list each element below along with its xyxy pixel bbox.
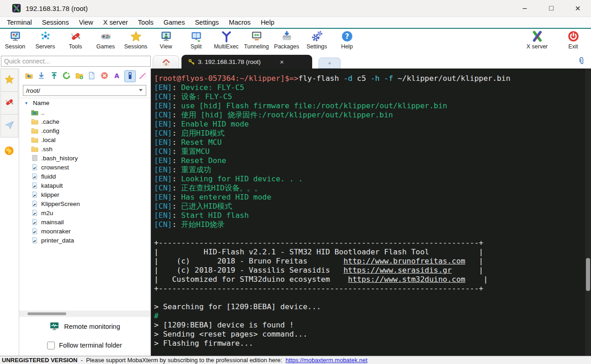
multiexec-y-icon — [220, 30, 233, 42]
mobaxterm-logo-icon — [12, 4, 21, 13]
terminal-text-segment: [EN] — [154, 138, 172, 147]
follow-terminal-checkbox[interactable] — [47, 342, 55, 349]
terminal-text-segment: : — [172, 165, 181, 174]
filebar-button-sync[interactable] — [124, 70, 136, 82]
menu-item-macros[interactable]: Macros — [224, 18, 256, 27]
terminal-scrollbar[interactable] — [585, 69, 591, 356]
toolbar-button-multiexec[interactable]: MultiExec — [211, 30, 241, 50]
tree-row--config[interactable]: .config — [19, 126, 150, 135]
terminal-text-segment: [CN] — [154, 184, 172, 192]
tree-row-label: moonraker — [41, 228, 71, 235]
toolbar-label-split: Split — [191, 43, 202, 50]
tree-row-crowsnest[interactable]: crowsnest — [19, 163, 150, 172]
tree-row-klipperscreen[interactable]: KlipperScreen — [19, 199, 150, 208]
terminal-text-segment: | (c) 2018 - Bruno Freitas — [154, 257, 343, 265]
tree-row-katapult[interactable]: katapult — [19, 181, 150, 190]
filebar-button-download[interactable] — [37, 71, 47, 82]
menu-item-tools[interactable]: Tools — [133, 18, 159, 27]
filebar-button-font[interactable]: A — [112, 71, 122, 82]
filebar-button-upload[interactable] — [49, 71, 59, 82]
toolbar-button-exit[interactable]: Exit — [558, 30, 588, 50]
menu-item-x-server[interactable]: X server — [98, 18, 133, 27]
toolbar-button-tunneling[interactable]: Tunneling — [241, 30, 272, 50]
menu-item-settings[interactable]: Settings — [190, 18, 224, 27]
toolbar-label-help: Help — [341, 43, 353, 50]
tree-header[interactable]: ▾ Name — [19, 98, 150, 108]
remote-monitoring-button[interactable]: Remote monitoring — [19, 317, 150, 336]
toolbar-button-packages[interactable]: Packages — [272, 30, 302, 50]
terminal-line: [CN]: 重置MCU — [154, 147, 585, 156]
terminal-text-segment: : — [172, 129, 181, 137]
tree-row-moonraker[interactable]: moonraker — [19, 227, 150, 236]
horizontal-scrollbar[interactable] — [19, 311, 150, 317]
terminal-text-segment: : — [172, 138, 181, 147]
toolbar-button-games[interactable]: Games — [91, 30, 121, 50]
toolbar-button-settings[interactable]: Settings — [302, 30, 332, 50]
tree-row-printer-data[interactable]: printer_data — [19, 236, 150, 245]
filebar-button-wand[interactable] — [138, 71, 149, 82]
quick-connect-input[interactable] — [1, 56, 151, 67]
terminal-line: [EN]: Reset MCU — [154, 138, 585, 147]
toolbar-button-session[interactable]: Session — [0, 30, 30, 50]
filebar-button-delete[interactable] — [99, 71, 110, 82]
tab-home[interactable] — [153, 55, 179, 69]
toolbar-button-help[interactable]: ?Help — [332, 30, 362, 50]
toolbar-button-split[interactable]: Split — [181, 30, 211, 50]
menu-item-games[interactable]: Games — [159, 18, 190, 27]
toolbar-button-sessions[interactable]: Sessions — [121, 30, 151, 50]
terminal-line: [EN]: Start HID flash — [154, 211, 585, 220]
gamepad-icon — [100, 30, 112, 42]
rail-tab-tools[interactable] — [0, 92, 18, 115]
paperclip-icon[interactable] — [577, 57, 586, 65]
filebar-button-refresh[interactable] — [62, 71, 72, 82]
tree-row-m2u[interactable]: m2u — [19, 208, 150, 217]
filebar-button-new-file[interactable] — [87, 71, 97, 82]
file-icon — [31, 155, 38, 161]
terminal-line: [root@flyos-057364:~/klipper]$=>fly-flas… — [154, 74, 585, 83]
terminal-line: | HID-Flash v2.2.1 - STM32 HID Bootloade… — [154, 248, 585, 257]
path-dropdown[interactable]: /root/ — [23, 85, 146, 96]
terminal-scrollbar-thumb[interactable] — [586, 258, 590, 291]
toolbar-button-tools[interactable]: Tools — [60, 30, 91, 50]
tree-row-mainsail[interactable]: mainsail — [19, 217, 150, 227]
horizontal-scrollbar-thumb[interactable] — [27, 312, 66, 315]
menu-item-sessions[interactable]: Sessions — [37, 18, 74, 27]
parent-folder-icon — [25, 71, 33, 82]
tree-row--ssh[interactable]: .ssh — [19, 144, 150, 153]
menu-item-help[interactable]: Help — [256, 18, 279, 27]
status-bar: UNREGISTERED VERSION - Please support Mo… — [0, 356, 591, 364]
terminal-text-segment: : — [172, 202, 181, 211]
filebar-button-parent-folder[interactable] — [24, 71, 34, 82]
tree-row--cache[interactable]: .cache — [19, 117, 150, 126]
rail-tab-sftp[interactable] — [0, 142, 17, 162]
tree-row--local[interactable]: .local — [19, 135, 150, 144]
toolbar-left-group: SessionServersToolsGamesSessionsViewSpli… — [0, 30, 362, 50]
tree-row--[interactable]: .. — [19, 108, 150, 117]
toolbar-button-servers[interactable]: Servers — [30, 30, 60, 50]
new-tab-button[interactable]: + — [319, 58, 341, 69]
xserver-x-icon — [531, 30, 543, 42]
toolbar-label-session: Session — [5, 43, 25, 50]
terminal-text-segment: [EN] — [154, 101, 172, 110]
terminal[interactable]: [root@flyos-057364:~/klipper]$=>fly-flas… — [151, 69, 591, 356]
toolbar-button-x-server[interactable]: X server — [516, 30, 558, 50]
close-button[interactable]: × — [564, 0, 591, 16]
menu-item-view[interactable]: View — [74, 18, 98, 27]
terminal-text-segment: -f — [384, 74, 398, 83]
tree-row-klipper[interactable]: klipper — [19, 190, 150, 199]
minimize-button[interactable]: – — [511, 0, 538, 16]
menu-item-terminal[interactable]: Terminal — [2, 18, 37, 27]
rail-tab-sessions[interactable] — [0, 69, 18, 92]
toolbar-button-view[interactable]: View — [151, 30, 181, 50]
terminal-text-segment: https://www.serasidis.gr — [343, 266, 452, 274]
tree-row-fluidd[interactable]: fluidd — [19, 172, 150, 181]
filebar-button-new-folder[interactable] — [74, 71, 85, 82]
rail-tab-macros[interactable] — [0, 115, 18, 137]
maximize-button[interactable]: □ — [538, 0, 564, 16]
terminal-text-segment: : — [172, 211, 181, 220]
mobatek-link[interactable]: https://mobaxterm.mobatek.net — [286, 357, 367, 364]
tab-active-session[interactable]: 3. 192.168.31.78 (root) × — [181, 55, 312, 69]
statusbar-separator: - — [77, 357, 86, 364]
tab-close-icon[interactable]: × — [280, 58, 284, 66]
tree-row--bash-history[interactable]: .bash_history — [19, 153, 150, 163]
